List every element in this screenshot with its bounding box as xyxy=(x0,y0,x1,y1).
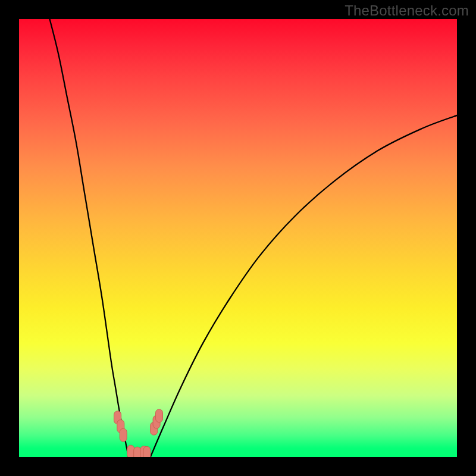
data-marker xyxy=(134,447,141,457)
markers-group xyxy=(114,409,163,457)
data-marker xyxy=(156,409,163,422)
chart-svg xyxy=(19,19,457,457)
curve-left-branch xyxy=(50,19,129,457)
watermark-text: TheBottleneck.com xyxy=(345,2,469,19)
data-marker xyxy=(127,445,134,457)
data-marker xyxy=(120,428,127,441)
data-marker xyxy=(143,446,151,457)
figure-frame: TheBottleneck.com xyxy=(0,0,476,476)
curve-right-branch xyxy=(151,115,457,457)
plot-bottom-border xyxy=(19,457,457,458)
plot-area xyxy=(19,19,457,457)
